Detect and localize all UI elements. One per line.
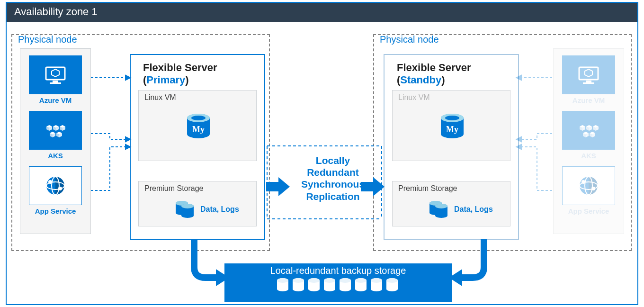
storage-disks-icon — [175, 199, 196, 218]
repl-line4: Replication — [306, 191, 359, 202]
premium-storage-label: Premium Storage — [144, 184, 250, 193]
flexible-server-standby-title: Flexible Server (Standby) — [397, 62, 518, 86]
connector-services-to-primary — [91, 73, 133, 196]
azure-vm-tile-faded — [562, 55, 615, 94]
backup-disk-icon — [355, 278, 369, 293]
mysql-icon-standby — [438, 113, 466, 141]
server-role-standby: Standby — [400, 74, 441, 86]
backup-disk-icon — [323, 278, 338, 293]
server-role-primary: Primary — [146, 74, 185, 86]
aks-icon — [44, 120, 67, 141]
zone-title: Availability zone 1 — [7, 3, 637, 22]
premium-storage-box-standby: Premium Storage Data, Logs — [392, 181, 510, 226]
arrow-standby-to-backup — [448, 239, 486, 286]
premium-storage-label-standby: Premium Storage — [398, 184, 504, 193]
linux-vm-box-primary: Linux VM — [138, 90, 257, 161]
backup-disk-icon — [277, 278, 291, 293]
vm-icon — [44, 64, 67, 85]
data-logs-label: Data, Logs — [200, 205, 239, 214]
backup-disk-icon — [339, 278, 353, 293]
svg-rect-20 — [266, 182, 279, 191]
backup-disk-icon — [370, 278, 385, 293]
mysql-icon — [184, 113, 213, 141]
repl-line2: Redundant — [307, 167, 359, 178]
data-logs-label-standby: Data, Logs — [454, 205, 493, 214]
backup-storage-bar: Local-redundant backup storage — [224, 263, 452, 302]
title-suffix: ) — [185, 74, 188, 86]
flexible-server-primary: Flexible Server (Primary) Linux VM Premi… — [130, 54, 265, 240]
arrow-primary-to-backup — [192, 239, 230, 286]
aks-label: AKS — [20, 152, 90, 160]
backup-storage-icons — [224, 278, 452, 293]
linux-vm-box-standby: Linux VM — [392, 90, 510, 161]
services-column-right: Azure VM AKS App Service — [553, 48, 624, 234]
azure-vm-label: Azure VM — [20, 96, 90, 104]
aks-tile — [29, 111, 82, 150]
backup-disk-icon — [292, 278, 306, 293]
azure-vm-tile — [29, 55, 82, 94]
repl-line3: Synchronous — [301, 179, 365, 190]
aks-label-faded: AKS — [554, 152, 624, 160]
azure-vm-label-faded: Azure VM — [554, 96, 624, 104]
flexible-server-standby: Flexible Server (Standby) Linux VM Premi… — [384, 54, 519, 240]
app-service-icon-faded — [577, 174, 600, 197]
storage-disks-icon-standby — [429, 199, 449, 218]
aks-icon-faded — [577, 120, 600, 141]
backup-disk-icon — [386, 278, 400, 293]
physical-node-left-label: Physical node — [18, 34, 77, 45]
physical-node-right-label: Physical node — [380, 34, 439, 45]
app-service-tile-faded — [562, 166, 615, 205]
linux-vm-label-standby: Linux VM — [398, 93, 504, 102]
title-suffix-standby: ) — [441, 74, 445, 86]
app-service-icon — [44, 174, 67, 197]
arrow-storage-out — [266, 177, 290, 196]
premium-storage-box-primary: Premium Storage Data, Logs — [138, 181, 257, 226]
aks-tile-faded — [562, 111, 615, 150]
flexible-server-primary-title: Flexible Server (Primary) — [143, 62, 264, 86]
backup-disk-icon — [308, 278, 322, 293]
repl-line1: Locally — [316, 155, 350, 166]
backup-storage-title: Local-redundant backup storage — [224, 265, 452, 276]
connector-standby-to-services — [518, 73, 556, 196]
replication-label: Locally Redundant Synchronous Replicatio… — [293, 154, 373, 202]
vm-icon-faded — [577, 64, 600, 85]
app-service-label-faded: App Service — [554, 207, 624, 215]
app-service-label: App Service — [20, 207, 90, 215]
app-service-tile — [29, 166, 82, 205]
availability-zone-container: Availability zone 1 Physical node Azure … — [6, 2, 638, 305]
linux-vm-label: Linux VM — [144, 93, 250, 102]
services-column-left: Azure VM AKS App Service — [20, 48, 91, 234]
